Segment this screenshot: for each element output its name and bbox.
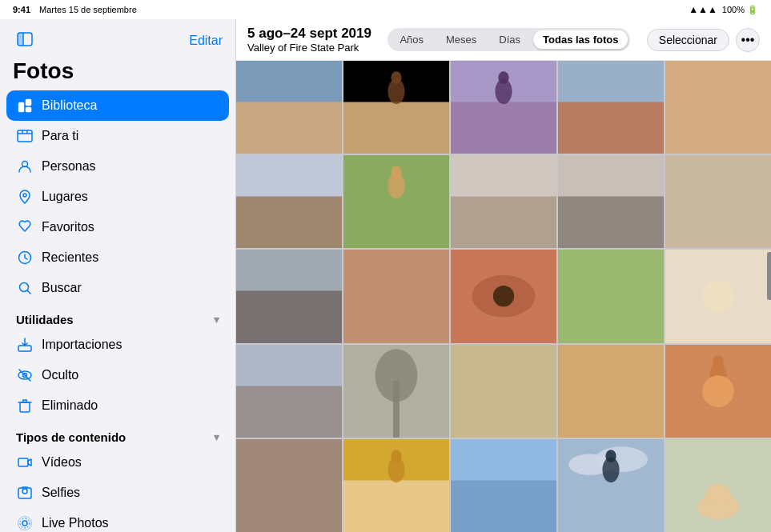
sidebar-title: Fotos bbox=[0, 57, 235, 90]
date-range: 5 ago–24 sept 2019 bbox=[247, 26, 371, 42]
photo-cell[interactable] bbox=[343, 61, 449, 154]
photo-grid bbox=[236, 61, 771, 532]
svg-point-25 bbox=[22, 489, 27, 494]
svg-rect-51 bbox=[451, 155, 556, 197]
svg-rect-53 bbox=[558, 155, 664, 197]
svg-rect-24 bbox=[18, 458, 28, 466]
sidebar-item-live-photos[interactable]: Live Photos bbox=[6, 508, 229, 532]
sidebar-utilidades-section: Utilidades ▾ Importaciones bbox=[0, 303, 235, 421]
tab-all-photos[interactable]: Todas las fotos bbox=[533, 30, 628, 49]
sidebar-item-lugares[interactable]: Lugares bbox=[6, 182, 229, 212]
photo-cell[interactable] bbox=[236, 345, 342, 438]
svg-point-89 bbox=[705, 483, 731, 504]
photo-cell[interactable] bbox=[236, 439, 342, 532]
svg-rect-65 bbox=[236, 345, 342, 386]
utilidades-header[interactable]: Utilidades ▾ bbox=[6, 303, 229, 330]
photo-cell[interactable] bbox=[558, 155, 664, 248]
photo-cell[interactable] bbox=[343, 155, 449, 248]
tipos-chevron-icon: ▾ bbox=[214, 431, 219, 443]
status-bar: 9:41 Martes 15 de septiembre ▲▲▲ 100% 🔋 bbox=[0, 0, 771, 19]
utilidades-label: Utilidades bbox=[16, 313, 74, 326]
toolbar: 5 ago–24 sept 2019 Valley of Fire State … bbox=[236, 19, 771, 61]
import-icon bbox=[16, 336, 34, 354]
svg-rect-44 bbox=[665, 61, 771, 154]
photo-cell[interactable] bbox=[451, 250, 556, 342]
photo-cell[interactable] bbox=[343, 250, 449, 342]
favorites-icon bbox=[16, 218, 34, 236]
sidebar-item-favoritos[interactable]: Favoritos bbox=[6, 212, 229, 242]
sidebar-item-para-ti[interactable]: Para ti bbox=[6, 121, 229, 151]
photo-cell[interactable] bbox=[343, 439, 449, 532]
svg-point-11 bbox=[23, 194, 26, 197]
sidebar-label-live-photos: Live Photos bbox=[42, 516, 109, 530]
photo-cell[interactable] bbox=[665, 250, 771, 342]
photo-cell[interactable] bbox=[665, 345, 771, 438]
tab-months[interactable]: Meses bbox=[436, 30, 486, 49]
sidebar-header: Editar bbox=[0, 19, 235, 57]
svg-rect-6 bbox=[18, 130, 32, 142]
video-icon bbox=[16, 454, 34, 471]
sidebar-label-selfies: Selfies bbox=[42, 486, 80, 500]
photo-cell[interactable] bbox=[665, 61, 771, 154]
photo-cell[interactable] bbox=[343, 345, 449, 438]
home-indicator bbox=[767, 252, 771, 300]
photo-cell[interactable] bbox=[451, 439, 556, 532]
tab-days[interactable]: Días bbox=[489, 30, 530, 49]
selfies-icon bbox=[16, 484, 34, 502]
toolbar-right: Seleccionar ••• bbox=[647, 28, 760, 52]
sidebar-main-nav: Biblioteca Para ti bbox=[0, 90, 235, 303]
sidebar-item-selfies[interactable]: Selfies bbox=[6, 478, 229, 508]
search-icon bbox=[16, 279, 34, 297]
photo-cell[interactable] bbox=[236, 61, 342, 154]
photo-cell[interactable] bbox=[558, 250, 664, 342]
photo-cell[interactable] bbox=[451, 345, 556, 438]
svg-rect-1 bbox=[18, 33, 23, 46]
svg-rect-33 bbox=[236, 61, 342, 102]
svg-rect-3 bbox=[18, 102, 24, 112]
photo-cell[interactable] bbox=[236, 155, 342, 248]
sidebar-item-biblioteca[interactable]: Biblioteca bbox=[6, 90, 229, 121]
tab-years[interactable]: Años bbox=[390, 30, 433, 49]
svg-rect-15 bbox=[18, 346, 31, 351]
sidebar-item-oculto[interactable]: Oculto bbox=[6, 360, 229, 390]
svg-point-79 bbox=[391, 450, 401, 462]
sidebar-item-buscar[interactable]: Buscar bbox=[6, 273, 229, 303]
photo-cell[interactable] bbox=[558, 345, 664, 438]
sidebar-label-recientes: Recientes bbox=[42, 250, 98, 265]
sidebar-item-recientes[interactable]: Recientes bbox=[6, 242, 229, 273]
photo-cell[interactable] bbox=[451, 155, 556, 248]
location-label: Valley of Fire State Park bbox=[247, 42, 371, 54]
svg-point-28 bbox=[20, 518, 30, 528]
svg-rect-81 bbox=[451, 439, 556, 480]
select-button[interactable]: Seleccionar bbox=[647, 29, 729, 51]
photo-cell[interactable] bbox=[236, 250, 342, 342]
svg-point-49 bbox=[391, 166, 401, 178]
photo-cell[interactable] bbox=[451, 61, 556, 154]
sidebar-label-biblioteca: Biblioteca bbox=[42, 98, 97, 113]
sidebar-item-personas[interactable]: Personas bbox=[6, 151, 229, 182]
more-button[interactable]: ••• bbox=[736, 28, 760, 52]
status-time-date: 9:41 Martes 15 de septiembre bbox=[13, 5, 137, 14]
photo-cell[interactable] bbox=[665, 439, 771, 532]
sidebar-label-videos: Vídeos bbox=[42, 455, 82, 470]
view-tabs: Años Meses Días Todas las fotos bbox=[388, 28, 630, 51]
sidebar-item-importaciones[interactable]: Importaciones bbox=[6, 330, 229, 360]
sidebar-toggle-button[interactable] bbox=[13, 27, 37, 54]
sidebar-label-personas: Personas bbox=[42, 159, 96, 174]
photo-cell[interactable] bbox=[558, 61, 664, 154]
svg-rect-19 bbox=[20, 402, 30, 412]
sidebar-item-eliminado[interactable]: Eliminado bbox=[6, 390, 229, 421]
tipos-header[interactable]: Tipos de contenido ▾ bbox=[6, 421, 229, 447]
recents-icon bbox=[16, 249, 34, 266]
photo-cell[interactable] bbox=[558, 439, 664, 532]
library-icon bbox=[16, 97, 34, 114]
svg-point-68 bbox=[375, 349, 418, 402]
sidebar-item-videos[interactable]: Vídeos bbox=[6, 447, 229, 478]
photo-cell[interactable] bbox=[665, 155, 771, 248]
sidebar-label-lugares: Lugares bbox=[42, 190, 88, 204]
svg-point-60 bbox=[493, 286, 514, 306]
main-content: 5 ago–24 sept 2019 Valley of Fire State … bbox=[236, 19, 771, 532]
live-icon bbox=[16, 514, 34, 532]
sidebar-edit-button[interactable]: Editar bbox=[189, 34, 223, 48]
status-date: Martes 15 de septiembre bbox=[39, 5, 137, 14]
